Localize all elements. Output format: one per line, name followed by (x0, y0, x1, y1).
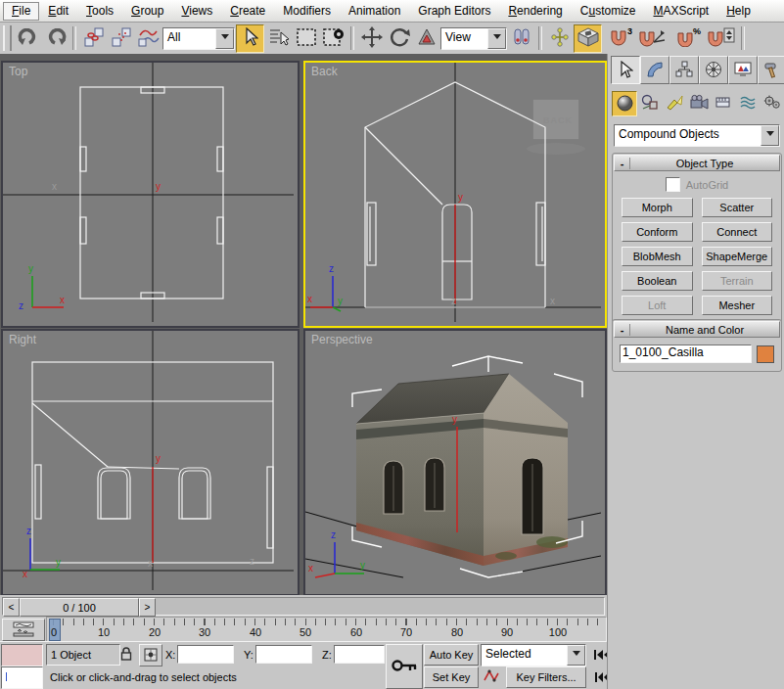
open-mini-curve-editor-button[interactable] (2, 619, 45, 641)
dropdown-arrow-icon[interactable] (567, 645, 585, 666)
menu-edit[interactable]: Edit (39, 2, 77, 21)
reference-coordinate-dropdown[interactable]: View (440, 27, 507, 50)
rollout-collapse-icon[interactable]: - (615, 158, 630, 169)
absolute-offset-mode-button[interactable] (139, 644, 162, 666)
menu-tools[interactable]: Tools (77, 2, 122, 21)
mesher-button[interactable]: Mesher (702, 296, 773, 315)
category-space-warps[interactable] (736, 91, 760, 115)
viewport-back[interactable]: Back BACK (303, 61, 607, 328)
connect-button[interactable]: Connect (702, 222, 773, 242)
rollout-collapse-icon[interactable]: - (615, 324, 630, 336)
conform-button[interactable]: Conform (622, 222, 693, 242)
window-crossing-toggle-button[interactable] (320, 25, 346, 52)
link-icon (83, 27, 105, 49)
menu-maxscript[interactable]: MAXScript (645, 2, 718, 21)
menu-help[interactable]: Help (717, 2, 760, 21)
selection-lock-toggle-button[interactable] (115, 644, 137, 665)
tab-display[interactable] (728, 56, 758, 84)
shapemerge-button[interactable]: ShapeMerge (702, 247, 773, 266)
x-coordinate-input[interactable] (178, 646, 237, 658)
spinner-snap-toggle-button[interactable] (704, 25, 737, 52)
maxscript-mini-listener[interactable] (1, 666, 43, 689)
dropdown-arrow-icon[interactable] (761, 125, 779, 146)
tab-motion[interactable] (699, 56, 728, 84)
tab-modify[interactable] (640, 56, 669, 84)
category-systems[interactable] (761, 91, 784, 115)
menu-rendering[interactable]: Rendering (499, 2, 571, 21)
bind-to-space-warp-button[interactable] (135, 25, 161, 52)
category-lights[interactable] (663, 91, 686, 115)
percent-snap-toggle-button[interactable]: % (669, 25, 703, 52)
maxscript-mini-listener-macro[interactable] (1, 644, 43, 666)
select-by-name-button[interactable] (265, 25, 292, 52)
menu-views[interactable]: Views (172, 2, 221, 21)
name-color-rollout-header[interactable]: - Name and Color (614, 321, 780, 338)
z-coordinate-field[interactable] (334, 645, 385, 664)
use-pivot-point-center-button[interactable] (508, 25, 534, 52)
angle-snap-toggle-button[interactable] (635, 25, 669, 52)
tab-hierarchy[interactable] (669, 56, 699, 84)
scatter-button[interactable]: Scatter (702, 198, 773, 217)
object-type-rollout-header[interactable]: - Object Type (614, 155, 780, 171)
x-coordinate-field[interactable] (177, 645, 234, 664)
dropdown-arrow-icon[interactable] (215, 28, 234, 49)
select-and-move-button[interactable] (358, 25, 385, 52)
menu-modifiers[interactable]: Modifiers (274, 2, 340, 21)
menu-file[interactable]: File (3, 2, 39, 21)
category-shapes[interactable] (638, 91, 662, 115)
y-coordinate-field[interactable] (255, 645, 312, 664)
object-name-field[interactable] (620, 344, 752, 363)
category-cameras[interactable] (687, 91, 711, 115)
key-filter-scope-dropdown[interactable]: Selected (481, 644, 586, 666)
menu-customize[interactable]: Customize (572, 2, 645, 21)
unlink-selection-button[interactable] (108, 25, 134, 52)
morph-button[interactable]: Morph (622, 198, 693, 217)
track-bar-ruler[interactable]: 0 10 20 30 40 50 60 70 80 90 100 (46, 617, 607, 643)
default-tangent-button[interactable] (481, 666, 502, 686)
select-and-link-button[interactable] (80, 25, 107, 52)
object-type-rollout-title: Object Type (630, 158, 779, 169)
snap-toggle-3d-button[interactable]: 3 (603, 25, 634, 52)
time-slider-thumb[interactable]: 0 / 100 (20, 598, 139, 617)
viewport-perspective[interactable]: Perspective (303, 329, 607, 596)
geometry-category-dropdown[interactable]: Compound Objects (614, 124, 780, 147)
menu-group[interactable]: Group (122, 2, 172, 21)
snaps-toggle-button[interactable] (574, 24, 602, 53)
selection-filter-dropdown[interactable]: All (162, 27, 235, 50)
category-geometry[interactable] (612, 91, 637, 116)
select-and-manipulate-button[interactable] (546, 25, 573, 52)
svg-text:y: y (156, 181, 161, 192)
time-slider-track[interactable]: < 0 / 100 > (2, 597, 605, 616)
dropdown-arrow-icon[interactable] (487, 28, 506, 49)
blobmesh-button[interactable]: BlobMesh (622, 247, 693, 266)
key-filters-button[interactable]: Key Filters... (506, 666, 586, 688)
tick-label: 20 (149, 626, 161, 638)
redo-button[interactable] (42, 25, 69, 52)
object-color-swatch[interactable] (757, 345, 774, 363)
viewport-top[interactable]: Top x y y x (1, 61, 300, 328)
viewport-right[interactable]: Right y x z (1, 329, 300, 596)
previous-frame-arrow[interactable]: < (3, 598, 20, 617)
y-coordinate-input[interactable] (256, 646, 315, 658)
menu-graph-editors[interactable]: Graph Editors (409, 2, 499, 21)
set-keys-button[interactable] (386, 644, 423, 689)
set-key-button[interactable]: Set Key (424, 666, 479, 688)
tab-create[interactable] (611, 56, 640, 84)
auto-key-button[interactable]: Auto Key (424, 644, 479, 666)
z-coordinate-input[interactable] (335, 646, 388, 658)
next-frame-arrow[interactable]: > (139, 598, 156, 617)
autogrid-checkbox[interactable] (666, 177, 680, 192)
tab-utilities[interactable] (758, 56, 784, 84)
undo-button[interactable] (15, 25, 41, 52)
menu-create[interactable]: Create (221, 2, 274, 21)
boolean-button[interactable]: Boolean (622, 271, 693, 291)
tick-label: 10 (98, 626, 110, 638)
menu-animation[interactable]: Animation (340, 2, 409, 21)
select-object-button[interactable] (236, 24, 264, 53)
toolbar-drag-handle[interactable] (3, 25, 12, 51)
select-and-scale-button[interactable] (413, 25, 439, 52)
rectangular-selection-region-button[interactable] (293, 25, 319, 52)
category-helpers[interactable] (712, 91, 735, 115)
object-name-input[interactable] (621, 345, 755, 359)
select-and-rotate-button[interactable] (386, 25, 412, 52)
